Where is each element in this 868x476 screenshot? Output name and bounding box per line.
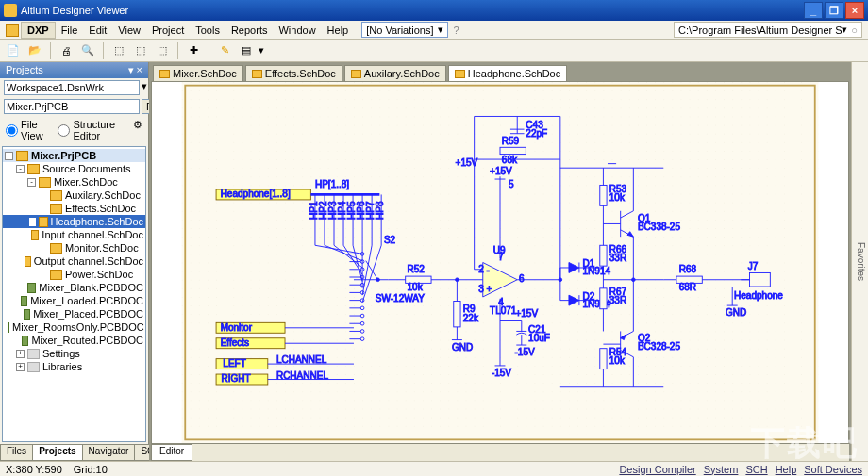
menu-dxp[interactable]: DXP — [21, 22, 56, 39]
filter-button[interactable]: ▤ — [237, 41, 256, 60]
structure-editor-radio[interactable]: Structure Editor — [58, 119, 124, 141]
panel-bottom-tabs: FilesProjectsNavigatorSCH FilterSH — [0, 444, 148, 461]
editor-area: Mixer.SchDocEffects.SchDocAuxilary.SchDo… — [149, 62, 851, 461]
open-button[interactable]: 📂 — [25, 41, 44, 60]
window-title: Altium Designer Viewer — [21, 5, 128, 16]
svg-text:RIGHT: RIGHT — [222, 373, 251, 384]
svg-rect-167 — [600, 185, 607, 205]
svg-text:Headphone[1..8]: Headphone[1..8] — [221, 189, 291, 199]
doc-tab[interactable]: Effects.SchDoc — [245, 65, 342, 81]
svg-text:22k: 22k — [463, 313, 479, 323]
workspace-input[interactable] — [4, 80, 140, 95]
doc-tab[interactable]: Mixer.SchDoc — [153, 65, 243, 81]
project-tree[interactable]: -Mixer.PrjPCB-Source Documents-Mixer.Sch… — [2, 146, 146, 442]
tree-node[interactable]: -Source Documents — [3, 162, 145, 175]
chevron-down-icon[interactable]: ▾ — [142, 80, 147, 95]
projects-header-label: Projects — [6, 64, 43, 76]
preview-button[interactable]: 🔍 — [78, 41, 97, 60]
svg-text:+15V: +15V — [515, 308, 538, 319]
tree-node[interactable]: Auxilary.SchDoc — [3, 189, 145, 202]
path-text: C:\Program Files\Altium Designer Sum... — [678, 25, 842, 36]
tree-node[interactable]: +Libraries — [3, 360, 145, 373]
svg-text:10uF: 10uF — [528, 333, 550, 343]
zoom-select-button[interactable]: ⬚ — [153, 41, 172, 60]
search-icon[interactable]: ○ — [851, 25, 858, 36]
tree-node[interactable]: Mixer_Routed.PCBDOC — [3, 334, 145, 347]
svg-text:33R: 33R — [609, 253, 626, 263]
tree-node[interactable]: Mixer_RoomsOnly.PCBDOC — [3, 320, 145, 334]
menu-file[interactable]: File — [56, 23, 84, 38]
close-button[interactable]: × — [845, 2, 864, 19]
panel-tab-projects[interactable]: Projects — [32, 445, 82, 461]
status-item[interactable]: Design Compiler — [619, 464, 695, 475]
highlight-button[interactable]: ✎ — [215, 41, 234, 60]
chevron-down-icon: ▾ — [842, 24, 847, 36]
menu-view[interactable]: View — [112, 23, 146, 38]
svg-point-96 — [456, 278, 459, 282]
path-box[interactable]: C:\Program Files\Altium Designer Sum... … — [674, 22, 862, 38]
svg-text:S2: S2 — [384, 235, 396, 245]
project-input[interactable] — [4, 99, 140, 114]
svg-rect-144 — [600, 245, 607, 266]
svg-text:33R: 33R — [609, 295, 626, 305]
svg-text:-: - — [486, 265, 489, 275]
svg-text:+15V: +15V — [456, 157, 478, 168]
panel-tab-navigator[interactable]: Navigator — [82, 445, 136, 461]
status-grid: Grid:10 — [74, 464, 108, 475]
menu-reports[interactable]: Reports — [225, 23, 274, 38]
panel-tab-files[interactable]: Files — [0, 445, 33, 461]
svg-text:Effects: Effects — [221, 337, 249, 348]
tree-node[interactable]: Monitor.SchDoc — [3, 241, 145, 254]
editor-tab[interactable]: Editor — [151, 444, 192, 461]
new-button[interactable]: 📄 — [4, 41, 23, 60]
tree-node[interactable]: -Mixer.PrjPCB — [3, 149, 145, 162]
menu-tools[interactable]: Tools — [190, 23, 225, 38]
tree-node[interactable]: Effects.SchDoc — [3, 202, 145, 215]
crossprobe-button[interactable]: ✚ — [184, 41, 203, 60]
svg-text:HP8: HP8 — [375, 201, 385, 220]
zoom-area-button[interactable]: ⬚ — [131, 41, 150, 60]
menu-edit[interactable]: Edit — [83, 23, 112, 38]
tree-node[interactable]: Headphone.SchDoc — [3, 215, 145, 228]
schematic-svg: Headphone[1..8] HP[1..8] HP1HP2HP3HP4HP5… — [152, 82, 848, 443]
tree-node[interactable]: Power.SchDoc — [3, 268, 145, 281]
svg-text:+: + — [486, 284, 492, 294]
menu-window[interactable]: Window — [273, 23, 321, 38]
svg-rect-2 — [182, 82, 819, 443]
tree-node[interactable]: Mixer_Loaded.PCBDOC — [3, 294, 145, 307]
maximize-button[interactable]: ❐ — [825, 2, 843, 19]
app-icon — [4, 4, 17, 17]
doc-tab[interactable]: Headphone.SchDoc — [448, 65, 567, 81]
svg-text:-15V: -15V — [515, 347, 535, 357]
tree-node[interactable]: Input channel.SchDoc — [3, 228, 145, 241]
svg-text:TL071: TL071 — [490, 305, 517, 316]
projects-panel: Projects ▾ × ▾ Workspace Project File Vi… — [0, 62, 149, 461]
title-bar: Altium Designer Viewer _ ❐ × — [0, 0, 868, 21]
svg-text:SW-12WAY: SW-12WAY — [376, 293, 425, 304]
app-menu-icon[interactable] — [6, 24, 19, 37]
panel-menu-icon[interactable]: ▾ × — [128, 64, 142, 76]
schematic-canvas[interactable]: Headphone[1..8] HP[1..8] HP1HP2HP3HP4HP5… — [151, 81, 849, 444]
tree-node[interactable]: Output channel.SchDoc — [3, 254, 145, 268]
svg-text:U9: U9 — [493, 245, 506, 255]
tree-node[interactable]: -Mixer.SchDoc — [3, 175, 145, 189]
print-button[interactable]: 🖨 — [57, 41, 75, 60]
status-item[interactable]: System — [704, 464, 739, 475]
svg-text:R68: R68 — [679, 264, 697, 274]
gear-icon[interactable]: ⚙ — [133, 119, 142, 141]
svg-rect-80 — [454, 302, 460, 327]
tree-node[interactable]: +Settings — [3, 347, 145, 360]
menu-project[interactable]: Project — [146, 23, 190, 38]
menu-help[interactable]: Help — [322, 23, 355, 38]
doc-tab[interactable]: Auxilary.SchDoc — [344, 65, 446, 81]
tree-node[interactable]: Mixer_Blank.PCBDOC — [3, 281, 145, 294]
help-icon[interactable]: ? — [454, 25, 459, 36]
favorites-strip[interactable]: Favorites — [851, 62, 868, 461]
minimize-button[interactable]: _ — [804, 2, 823, 19]
svg-text:LEFT: LEFT — [223, 358, 246, 369]
variations-dropdown[interactable]: [No Variations] ▾ — [361, 22, 447, 38]
zoom-fit-button[interactable]: ⬚ — [109, 41, 128, 60]
projects-header: Projects ▾ × — [0, 62, 148, 78]
tree-node[interactable]: Mixer_Placed.PCBDOC — [3, 307, 145, 320]
file-view-radio[interactable]: File View — [6, 119, 48, 141]
